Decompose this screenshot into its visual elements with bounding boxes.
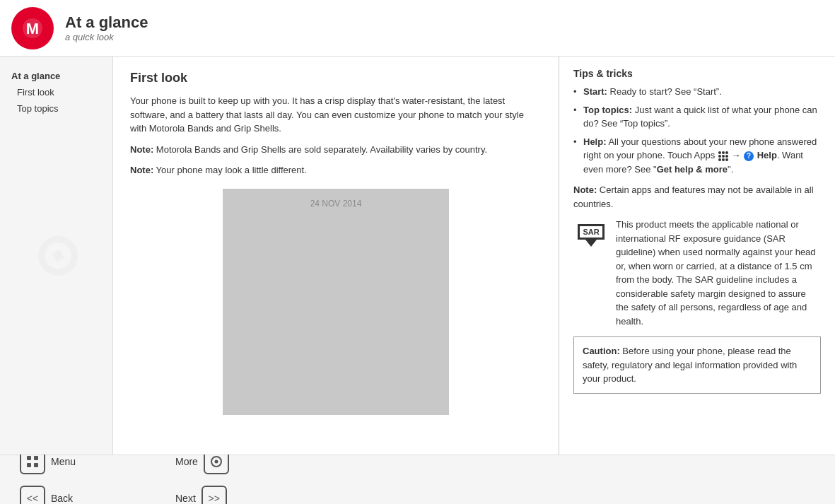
svg-rect-3 xyxy=(27,463,31,467)
tip-start-label: Start: xyxy=(583,86,607,97)
back-icon: << xyxy=(20,486,45,505)
tip-top-topics: Top topics: Just want a quick list of wh… xyxy=(573,103,821,131)
content: CONTROLLED First look Your phone is buil… xyxy=(113,57,835,455)
note1-text: Motorola Bands and Grip Shells are sold … xyxy=(153,144,487,155)
sar-logo-arrow xyxy=(585,240,597,247)
phone-image: 24 NOV 2014 xyxy=(223,189,449,415)
tip-top-topics-label: Top topics: xyxy=(583,105,632,115)
help-icon: ? xyxy=(744,151,754,161)
sar-logo: SAR xyxy=(573,218,609,253)
sidebar: ⊙ At a glance First look Top topics xyxy=(0,57,113,455)
next-icon: >> xyxy=(202,486,227,505)
arrow-icon: → xyxy=(731,150,743,160)
sar-section: SAR This product meets the applicable na… xyxy=(573,218,821,328)
first-look-note1: Note: Motorola Bands and Grip Shells are… xyxy=(130,143,542,157)
note1-label: Note: xyxy=(130,144,153,155)
back-button[interactable]: << Back xyxy=(11,481,124,505)
sidebar-item-top-topics[interactable]: Top topics xyxy=(6,100,107,117)
menu-label: Menu xyxy=(51,456,76,467)
svg-rect-1 xyxy=(27,456,31,460)
more-label: More xyxy=(175,456,198,467)
note2-text: Your phone may look a little different. xyxy=(153,165,307,175)
page-title: At a glance xyxy=(65,13,148,32)
motorola-m-icon: M xyxy=(18,14,47,42)
next-button[interactable]: Next >> xyxy=(167,481,238,505)
motorola-logo: M xyxy=(11,7,54,49)
header: M At a glance a quick look xyxy=(0,0,835,57)
caution-label: Caution: xyxy=(583,346,620,356)
sidebar-item-at-a-glance[interactable]: At a glance xyxy=(6,68,107,84)
bottom-bar: Menu << Back More Next >> xyxy=(0,455,835,504)
tip-help: Help: All your questions about your new … xyxy=(573,135,821,177)
apps-icon xyxy=(718,151,728,161)
left-panel: CONTROLLED First look Your phone is buil… xyxy=(113,57,559,455)
main-layout: ⊙ At a glance First look Top topics CONT… xyxy=(0,57,835,455)
sidebar-item-first-look[interactable]: First look xyxy=(6,84,107,100)
menu-grid-icon xyxy=(25,455,40,469)
tips-tricks-heading: Tips & tricks xyxy=(573,68,821,79)
tip-help-label: Help: xyxy=(583,136,607,147)
tips-list: Start: Ready to start? See “Start”. Top … xyxy=(573,85,821,176)
right-note-label: Note: xyxy=(573,184,597,195)
page-subtitle: a quick look xyxy=(65,32,148,42)
sar-text: This product meets the applicable nation… xyxy=(616,218,821,328)
right-panel: Tips & tricks Start: Ready to start? See… xyxy=(559,57,835,455)
first-look-body: Your phone is built to keep up with you.… xyxy=(130,94,542,136)
right-note: Note: Certain apps and features may not … xyxy=(573,183,821,211)
note2-label: Note: xyxy=(130,165,153,175)
next-label: Next xyxy=(175,493,196,504)
svg-rect-2 xyxy=(34,456,38,460)
sar-logo-text: SAR xyxy=(578,224,604,240)
more-circle-icon xyxy=(209,455,223,469)
first-look-note2: Note: Your phone may look a little diffe… xyxy=(130,163,542,177)
phone-image-date: 24 NOV 2014 xyxy=(310,199,362,209)
tip-start: Start: Ready to start? See “Start”. xyxy=(573,85,821,99)
svg-point-6 xyxy=(214,459,218,463)
svg-text:M: M xyxy=(26,19,39,37)
right-note-text: Certain apps and features may not be ava… xyxy=(573,184,814,209)
caution-box: Caution: Before using your phone, please… xyxy=(573,336,821,394)
back-label: Back xyxy=(51,493,73,504)
header-text: At a glance a quick look xyxy=(65,13,148,42)
svg-rect-4 xyxy=(34,463,38,467)
tip-start-text: Ready to start? See “Start”. xyxy=(607,86,722,97)
first-look-heading: First look xyxy=(130,71,542,86)
